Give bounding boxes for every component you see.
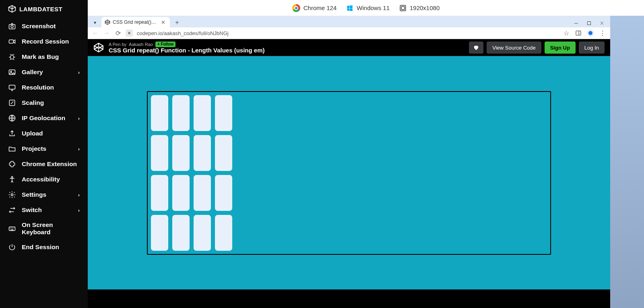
- resolution-icon: [399, 4, 407, 12]
- tab-search-button[interactable]: ▾: [90, 18, 100, 27]
- maximize-button[interactable]: [583, 19, 595, 27]
- grid-cell: [151, 215, 168, 251]
- reload-button[interactable]: ⟳: [114, 29, 122, 37]
- svg-point-10: [11, 194, 13, 196]
- follow-button[interactable]: + Follow: [155, 42, 175, 47]
- codepen-footer: [88, 289, 610, 308]
- sidebar-items: Screenshot Record Session Mark as Bug Ga…: [0, 19, 88, 255]
- bug-icon: [8, 53, 16, 61]
- power-icon: [8, 243, 16, 251]
- side-panel-icon[interactable]: [575, 29, 582, 37]
- windows-icon: [346, 4, 353, 12]
- brand-logo-icon: [8, 5, 16, 13]
- tab-close-button[interactable]: ✕: [160, 19, 167, 25]
- puzzle-icon: [8, 160, 16, 168]
- pen-meta: A Pen by Aakash Rao + Follow CSS Grid re…: [109, 42, 265, 54]
- svg-point-5: [10, 71, 12, 72]
- sidebar-item-switch[interactable]: Switch ›: [0, 202, 88, 218]
- grid-cell: [194, 95, 211, 131]
- chrome-icon: [292, 4, 300, 12]
- tab-strip: ▾ CSS Grid repeat() Function - L… ✕ +: [88, 16, 610, 27]
- sidebar-item-label: Record Session: [22, 38, 69, 45]
- svg-rect-14: [587, 21, 590, 25]
- grid-cell: [194, 175, 211, 211]
- demo-grid-container: [147, 91, 551, 255]
- sidebar-item-label: Gallery: [22, 69, 43, 76]
- codepen-header: A Pen by Aakash Rao + Follow CSS Grid re…: [88, 39, 610, 56]
- svg-point-9: [11, 177, 12, 178]
- grid-cell: [215, 175, 232, 211]
- browser-menu-icon[interactable]: ⋮: [599, 29, 606, 37]
- sidebar-item-end-session[interactable]: End Session: [0, 239, 88, 255]
- svg-rect-12: [400, 5, 406, 11]
- codepen-logo-icon[interactable]: [93, 42, 104, 53]
- love-button[interactable]: [469, 42, 483, 54]
- sidebar-item-label: IP Geolocation: [22, 114, 65, 122]
- login-button[interactable]: Log In: [579, 42, 605, 54]
- resolution-label: 1920x1080: [410, 4, 440, 11]
- monitor-icon: [8, 83, 16, 92]
- pen-actions: View Source Code Sign Up Log In: [469, 42, 605, 54]
- accessibility-icon: [8, 175, 16, 183]
- sidebar-item-record-session[interactable]: Record Session: [0, 34, 88, 49]
- view-source-button[interactable]: View Source Code: [487, 42, 541, 54]
- chevron-right-icon: ›: [78, 207, 80, 213]
- new-tab-button[interactable]: +: [172, 18, 182, 27]
- sidebar-item-label: Chrome Extension: [22, 160, 77, 168]
- codepen-favicon-icon: [105, 19, 110, 25]
- globe-icon: [8, 114, 16, 122]
- url-field[interactable]: codepen.io/aakash_codes/full/oNJbNGj: [137, 30, 559, 36]
- sidebar-item-on-screen-keyboard[interactable]: On Screen Keyboard: [0, 218, 88, 239]
- pen-title: CSS Grid repeat() Function - Length Valu…: [109, 47, 265, 54]
- sidebar-item-label: Upload: [22, 130, 43, 137]
- minimize-button[interactable]: [570, 19, 582, 27]
- profile-icon[interactable]: [587, 29, 594, 37]
- login-label: Log In: [584, 45, 599, 51]
- sidebar-item-screenshot[interactable]: Screenshot: [0, 19, 88, 34]
- back-button[interactable]: ←: [92, 29, 99, 37]
- sidebar-item-settings[interactable]: Settings ›: [0, 187, 88, 202]
- sidebar-item-label: Mark as Bug: [22, 53, 59, 60]
- pen-author[interactable]: Aakash Rao: [129, 42, 153, 47]
- sidebar-item-gallery[interactable]: Gallery ›: [0, 65, 88, 80]
- sidebar-item-label: Accessibility: [22, 176, 60, 183]
- folder-icon: [8, 145, 16, 153]
- grid-cell: [151, 135, 168, 171]
- keyboard-icon: [8, 225, 16, 233]
- gear-icon: [8, 191, 16, 199]
- close-window-button[interactable]: [596, 19, 608, 27]
- sidebar-item-chrome-extension[interactable]: Chrome Extension: [0, 156, 88, 172]
- chevron-right-icon: ›: [78, 115, 80, 121]
- chevron-right-icon: ›: [78, 146, 80, 152]
- sidebar-item-accessibility[interactable]: Accessibility: [0, 172, 88, 187]
- sidebar-item-resolution[interactable]: Resolution: [0, 80, 88, 95]
- pen-render-area: [88, 56, 610, 289]
- signup-button[interactable]: Sign Up: [545, 42, 576, 54]
- workspace: Chrome 124 Windows 11 1920x1080 ▾ CSS Gr…: [88, 0, 644, 308]
- browser-tab[interactable]: CSS Grid repeat() Function - L… ✕: [101, 17, 170, 27]
- page-content: A Pen by Aakash Rao + Follow CSS Grid re…: [88, 39, 610, 308]
- sidebar-item-projects[interactable]: Projects ›: [0, 141, 88, 156]
- os-label: Windows 11: [357, 4, 390, 11]
- brand-label: LAMBDATEST: [19, 6, 62, 12]
- site-info-icon[interactable]: [126, 29, 133, 37]
- svg-point-1: [11, 25, 13, 28]
- sidebar-item-label: Resolution: [22, 84, 54, 91]
- video-icon: [8, 37, 16, 46]
- bookmark-icon[interactable]: ☆: [563, 29, 570, 37]
- follow-label: + Follow: [157, 42, 173, 46]
- tab-title: CSS Grid repeat() Function - L…: [113, 19, 157, 25]
- sidebar-item-mark-as-bug[interactable]: Mark as Bug: [0, 49, 88, 65]
- session-info-bar: Chrome 124 Windows 11 1920x1080: [88, 0, 644, 16]
- browser-label: Chrome 124: [303, 4, 337, 11]
- forward-button[interactable]: →: [103, 29, 110, 37]
- svg-rect-2: [9, 40, 14, 43]
- lambdatest-sidebar: LAMBDATEST Screenshot Record Session Mar…: [0, 0, 88, 308]
- svg-point-3: [10, 55, 14, 59]
- sidebar-item-ip-geolocation[interactable]: IP Geolocation ›: [0, 110, 88, 126]
- sidebar-item-label: Settings: [22, 191, 46, 198]
- sidebar-item-label: On Screen Keyboard: [22, 221, 80, 236]
- sidebar-item-upload[interactable]: Upload: [0, 126, 88, 141]
- grid-cell: [151, 175, 168, 211]
- sidebar-item-scaling[interactable]: Scaling: [0, 95, 88, 110]
